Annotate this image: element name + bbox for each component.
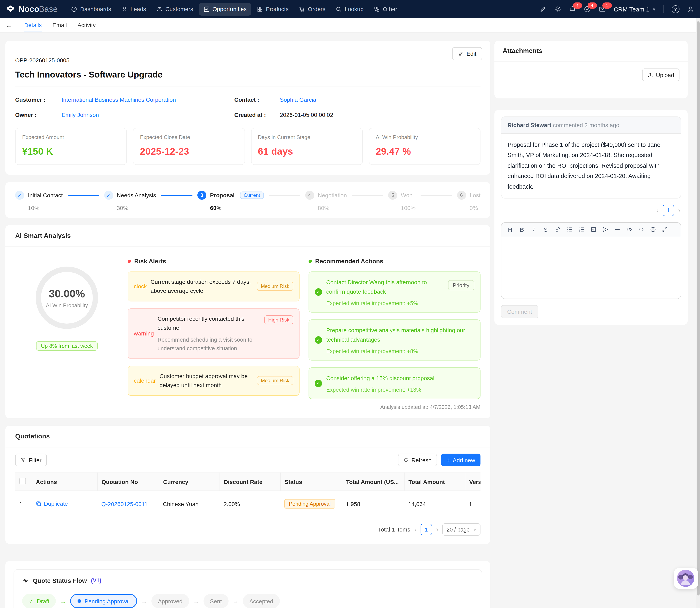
strikethrough-icon[interactable]: S <box>542 226 549 233</box>
menu-item-other[interactable]: Other <box>369 3 402 15</box>
owner-link[interactable]: Emily Johnson <box>61 112 234 118</box>
heading-icon[interactable]: H <box>507 226 513 233</box>
filter-icon <box>20 457 26 463</box>
arrow-right-icon: → <box>60 598 66 605</box>
user-icon[interactable] <box>687 5 694 13</box>
opportunity-detail-page: NocoBase Dashboards Leads Customers Oppo… <box>0 0 700 608</box>
stage-connector <box>68 195 99 196</box>
gauge-value: 30.00% <box>49 287 85 300</box>
check-circle-icon[interactable]: 4 <box>584 5 591 13</box>
task-list-icon[interactable] <box>590 226 596 233</box>
duplicate-action[interactable]: Duplicate <box>36 500 68 507</box>
refresh-label: Refresh <box>411 457 431 463</box>
add-new-button[interactable]: + Add new <box>441 454 481 467</box>
sales-stages-card: ✓Initial Contact 10% ✓Needs Analysis 30%… <box>5 182 490 218</box>
chevron-left-icon[interactable]: ‹ <box>414 526 417 533</box>
help-icon[interactable]: ? <box>672 5 680 13</box>
arrow-right-icon: → <box>141 598 147 605</box>
tab-activity[interactable]: Activity <box>77 18 96 32</box>
metric-value: 29.47 % <box>376 146 474 157</box>
page-size-select[interactable]: 20 / page∨ <box>443 524 480 536</box>
plus-icon: + <box>446 457 450 463</box>
version-cell: 1 <box>465 491 480 517</box>
filter-label: Filter <box>29 457 41 463</box>
pen-icon[interactable] <box>539 5 546 13</box>
menu-item-customers[interactable]: Customers <box>152 3 198 15</box>
code-block-icon[interactable] <box>626 226 632 233</box>
stage-percent: 0% <box>469 205 480 211</box>
upload-cloud-icon[interactable] <box>649 226 656 233</box>
metric-ai-win-probability: AI Win Probability 29.47 % <box>369 128 481 165</box>
comment-submit-button[interactable]: Comment <box>501 305 538 318</box>
opportunity-number: OPP-20260125-0005 <box>15 57 480 63</box>
quotations-toolbar: Filter Refresh + Add new <box>5 448 490 473</box>
tab-details[interactable]: Details <box>24 18 42 32</box>
metric-days-in-stage: Days in Current Stage 61 days <box>251 128 363 165</box>
people-icon <box>156 6 163 12</box>
link-icon[interactable] <box>554 226 561 233</box>
flow-step-draft: ✓Draft <box>22 594 56 608</box>
stage-won: 5Won 100% <box>388 191 416 211</box>
inline-code-icon[interactable] <box>638 226 644 233</box>
menu-item-opportunities[interactable]: Opportunities <box>199 3 251 15</box>
refresh-button[interactable]: Refresh <box>398 454 437 467</box>
main-menu: Dashboards Leads Customers Opportunities… <box>67 3 402 15</box>
edit-button[interactable]: Edit <box>452 47 482 60</box>
table-pagination: Total 1 items ‹ 1 › 20 / page∨ <box>5 517 490 544</box>
priority-badge: Priority <box>448 280 474 290</box>
page-number[interactable]: 1 <box>421 524 432 535</box>
quotations-table: Actions Quotation No Currency Discount R… <box>15 473 480 517</box>
italic-icon[interactable]: I <box>531 226 537 233</box>
fullscreen-icon[interactable] <box>661 226 668 233</box>
select-all-checkbox[interactable] <box>19 478 26 484</box>
upload-button[interactable]: Upload <box>642 69 680 81</box>
filter-button[interactable]: Filter <box>15 454 47 467</box>
chevron-down-icon: ∨ <box>652 6 656 12</box>
gear-icon[interactable] <box>554 5 561 13</box>
metric-label: Expected Amount <box>22 134 120 140</box>
scrollbar-thumb[interactable] <box>697 21 700 595</box>
flow-version: (V1) <box>91 578 102 584</box>
divider-icon[interactable] <box>614 226 621 233</box>
back-arrow-icon[interactable]: ← <box>6 21 13 29</box>
contact-label: Contact : <box>234 96 280 103</box>
bold-icon[interactable]: B <box>519 226 525 233</box>
team-switcher[interactable]: CRM Team 1 ∨ <box>614 5 656 13</box>
field-grid: Customer : International Business Machin… <box>15 96 480 118</box>
currency-cell: Chinese Yuan <box>159 491 220 517</box>
total-usd-cell: 1,958 <box>342 491 404 517</box>
menu-label: Customers <box>165 6 193 12</box>
status-badge: Pending Approval <box>284 499 335 509</box>
column-actions: Actions <box>32 473 97 491</box>
risk-level-badge: Medium Risk <box>257 376 293 385</box>
top-navbar: NocoBase Dashboards Leads Customers Oppo… <box>0 0 700 18</box>
menu-item-orders[interactable]: Orders <box>294 3 330 15</box>
chevron-left-icon[interactable]: ‹ <box>656 207 659 214</box>
customer-link[interactable]: International Business Machines Corporat… <box>61 96 234 103</box>
menu-label: Opportunities <box>213 6 247 12</box>
ordered-list-icon[interactable]: 123 <box>578 226 585 233</box>
ai-smart-analysis-card: AI Smart Analysis 30.00% AI Win Probabil… <box>5 225 490 419</box>
comment-input[interactable] <box>501 237 681 299</box>
menu-item-products[interactable]: Products <box>252 3 293 15</box>
discount-cell: 2.00% <box>220 491 280 517</box>
page-number[interactable]: 1 <box>662 205 674 216</box>
bullet-list-icon[interactable] <box>566 226 573 233</box>
chevron-right-icon[interactable]: › <box>678 207 680 214</box>
menu-item-leads[interactable]: Leads <box>117 3 151 15</box>
assistant-fab[interactable] <box>674 568 698 589</box>
metric-cards: Expected Amount ¥150 K Expected Close Da… <box>15 128 480 165</box>
tab-email[interactable]: Email <box>53 18 67 32</box>
stage-percent: 80% <box>318 205 347 211</box>
menu-label: Lookup <box>345 6 364 12</box>
gauge-label: AI Win Probability <box>46 302 88 308</box>
chevron-right-icon[interactable]: › <box>436 526 438 533</box>
contact-link[interactable]: Sophia Garcia <box>280 96 480 103</box>
quotation-link[interactable]: Q-20260125-0011 <box>102 501 148 507</box>
nocobase-logo[interactable]: NocoBase <box>6 4 58 14</box>
menu-item-lookup[interactable]: Lookup <box>331 3 368 15</box>
menu-item-dashboards[interactable]: Dashboards <box>67 3 116 15</box>
mail-icon[interactable]: 1 <box>598 5 606 13</box>
send-icon[interactable] <box>602 226 608 233</box>
bell-icon[interactable]: 4 <box>569 5 576 13</box>
